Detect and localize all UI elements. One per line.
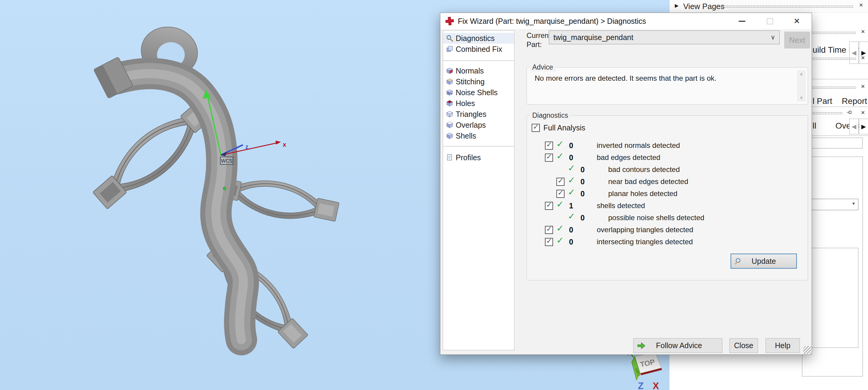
resize-grip[interactable] [803, 346, 811, 354]
stitching-icon [446, 78, 454, 86]
fix-wizard-dialog: Fix Wizard (Part: twig_marquise_pendant)… [440, 13, 812, 355]
sidebar-item-triangles[interactable]: Triangles [443, 109, 514, 120]
next-button[interactable]: Next [784, 32, 810, 48]
holes-icon [446, 99, 454, 107]
diagnostic-row: ✓ ✓ 0 inverted normals detected [527, 139, 808, 152]
view-cube-z-label: Z [638, 381, 644, 390]
view-cube[interactable]: TOP LEFT Z X [623, 349, 669, 390]
minimize-button[interactable] [732, 13, 752, 29]
diagnostic-row: ✓ ✓ 0 bad edges detected [527, 152, 808, 164]
help-button[interactable]: Help [766, 338, 800, 353]
panel-text-field[interactable] [807, 138, 863, 149]
green-arrow-icon [637, 342, 646, 350]
row-count: 0 [581, 165, 593, 174]
full-analysis-row: ✓ Full Analysis [532, 124, 585, 132]
row-label: near bad edges detected [608, 177, 688, 186]
close-dialog-button[interactable]: Close [730, 338, 758, 353]
tab-shell[interactable]: ll [812, 121, 816, 131]
wizard-page-list: Diagnostics Combined Fix Normals [443, 30, 515, 350]
row-checkbox[interactable]: ✓ [545, 238, 553, 246]
tab-scroll-right-button[interactable]: ▶ [859, 119, 868, 134]
row-checkbox[interactable]: ✓ [545, 226, 553, 234]
close-button[interactable]: ✕ [786, 13, 807, 29]
tab-part[interactable]: l Part [812, 96, 832, 106]
diagnostic-row: ✓ 0 possible noise shells detected [527, 212, 808, 224]
advice-group-title: Advice [530, 63, 555, 71]
axis-x-label: x [283, 141, 286, 148]
status-check-icon: ✓ [568, 187, 577, 197]
row-label: planar holes detected [608, 189, 678, 198]
status-check-icon: ✓ [556, 199, 565, 209]
combined-fix-icon [446, 45, 454, 53]
status-check-icon: ✓ [568, 211, 577, 221]
minimize-icon [739, 21, 745, 22]
normals-icon [446, 67, 454, 75]
close-panel-icon[interactable]: ✕ [860, 109, 866, 116]
scroll-down-icon[interactable]: ∨ [798, 95, 805, 100]
sidebar-item-shells[interactable]: Shells [443, 130, 514, 141]
close-panel-icon[interactable]: ✕ [860, 29, 866, 35]
pin-icon[interactable] [846, 109, 852, 115]
tab-scroll-left-button[interactable]: ◀ [849, 119, 859, 134]
panel-dropdown[interactable]: ▼ [807, 199, 858, 210]
selection-marker [223, 187, 226, 190]
status-check-icon: ✓ [568, 175, 577, 185]
dropdown-arrow-icon: ▼ [851, 201, 856, 206]
row-label: overlapping triangles detected [597, 226, 693, 234]
triangles-icon [446, 110, 454, 118]
view-pages-panel-header[interactable]: ▶ View Pages ✕ [670, 0, 868, 13]
sidebar-item-profiles[interactable]: Profiles [443, 152, 514, 163]
close-panel-icon[interactable]: ✕ [858, 2, 864, 8]
status-check-icon: ✓ [556, 151, 565, 161]
noise-shells-icon [446, 89, 454, 96]
status-check-icon: ✓ [556, 235, 565, 246]
diagnostic-row: ✓ ✓ 0 planar holes detected [527, 188, 808, 200]
row-checkbox[interactable]: ✓ [556, 190, 564, 198]
close-panel-icon[interactable]: ✕ [860, 84, 866, 90]
row-count: 1 [569, 201, 582, 210]
tab-scroll-left-button[interactable]: ◀ [849, 41, 859, 64]
panel-list-box[interactable] [809, 248, 858, 348]
row-count: 0 [569, 141, 582, 150]
row-checkbox[interactable]: ✓ [556, 178, 564, 186]
sidebar-item-combined-fix[interactable]: Combined Fix [443, 44, 514, 55]
current-part-dropdown[interactable]: twig_marquise_pendant ∨ [549, 30, 780, 44]
row-label: inverted normals detected [597, 141, 680, 150]
sidebar-item-normals[interactable]: Normals [443, 65, 514, 76]
row-label: bad contours detected [608, 165, 680, 174]
diagnostics-group-title: Diagnostics [530, 111, 570, 120]
row-checkbox[interactable]: ✓ [545, 202, 553, 210]
chevron-down-icon: ∨ [771, 31, 775, 44]
diagnostic-row: ✓ ✓ 0 near bad edges detected [527, 175, 808, 188]
maximize-button[interactable] [759, 13, 780, 29]
advice-group: Advice No more errors are detected. It s… [527, 67, 808, 104]
sidebar-item-noise-shells[interactable]: Noise Shells [443, 87, 514, 98]
full-analysis-checkbox[interactable]: ✓ [532, 124, 540, 132]
overlaps-icon [446, 121, 454, 129]
scroll-up-icon[interactable]: ∧ [798, 71, 805, 77]
sidebar-item-stitching[interactable]: Stitching [443, 76, 514, 87]
row-checkbox[interactable]: ✓ [545, 141, 553, 150]
view-pages-label: View Pages [683, 2, 724, 11]
tab-report[interactable]: Report [842, 96, 867, 106]
drag-handle[interactable] [721, 5, 853, 8]
collapse-icon[interactable]: ▶ [675, 3, 678, 8]
row-count: 0 [581, 189, 593, 198]
sidebar-item-overlaps[interactable]: Overlaps [443, 120, 514, 130]
full-analysis-label: Full Analysis [544, 124, 585, 132]
current-part-value: twig_marquise_pendant [553, 33, 633, 41]
close-icon: ✕ [794, 17, 800, 26]
axis-z-label: z [245, 143, 248, 150]
close-panel-icon[interactable]: ✕ [860, 55, 866, 61]
row-checkbox[interactable]: ✓ [545, 154, 553, 162]
row-count: 0 [581, 214, 593, 222]
sidebar-item-holes[interactable]: Holes [443, 98, 514, 109]
follow-advice-button[interactable]: Follow Advice [633, 338, 722, 353]
dialog-titlebar[interactable]: Fix Wizard (Part: twig_marquise_pendant)… [440, 13, 812, 29]
sidebar-item-diagnostics[interactable]: Diagnostics [443, 33, 514, 44]
diagnostics-rows: ✓ ✓ 0 inverted normals detected ✓ ✓ 0 ba… [527, 139, 808, 248]
row-label: bad edges detected [597, 153, 660, 162]
advice-scrollbar[interactable]: ∧ ∨ [798, 70, 805, 101]
magnifier-icon [735, 258, 743, 265]
update-button[interactable]: Update [731, 254, 797, 269]
